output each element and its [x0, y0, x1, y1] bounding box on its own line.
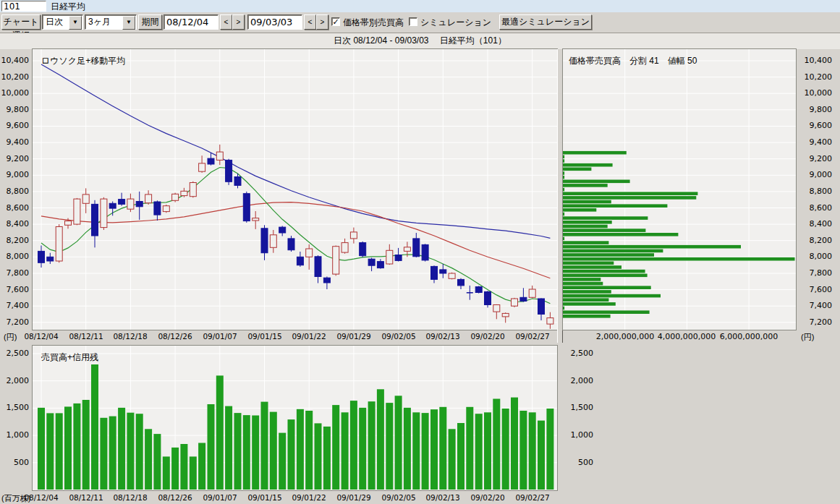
date-axis-label-volume: 09/02/27 [511, 493, 554, 502]
simulation-checkbox[interactable] [409, 17, 417, 26]
date-to-next-button[interactable]: > [316, 14, 328, 30]
date-axis-label-volume: 09/02/20 [466, 493, 509, 502]
date-axis-label: 09/01/15 [243, 332, 287, 341]
chevron-down-icon[interactable]: ▼ [122, 16, 135, 30]
date-axis-label-volume: 09/01/22 [287, 493, 331, 502]
date-from-input[interactable] [164, 14, 219, 30]
price-axis-label-right: 9,000 [797, 170, 832, 179]
volume-chart-title: 売買高+信用残 [41, 351, 98, 364]
price-axis-label: 10,200 [0, 72, 29, 82]
date-axis-label: 08/12/04 [20, 332, 63, 341]
volume-axis-label-right: 1,000 [561, 430, 593, 440]
main-yaxis-unit: (円) [4, 332, 17, 343]
price-axis-label: 7,200 [0, 317, 29, 327]
price-axis-label-right: 7,200 [797, 317, 832, 327]
date-axis-label: 09/02/27 [511, 332, 554, 341]
price-axis-label: 7,600 [0, 285, 29, 294]
volume-axis-label-right: 1,500 [561, 403, 593, 412]
range-button[interactable]: 期間 [138, 14, 162, 30]
price-axis-label-right: 10,200 [797, 72, 832, 82]
price-axis-label-right: 7,600 [797, 285, 832, 294]
date-axis-label-volume: 08/12/11 [64, 493, 108, 502]
price-axis-label: 8,600 [0, 203, 29, 213]
pbv-checkbox-label: 価格帯別売買高 [343, 17, 404, 29]
span-value: 3ヶ月 [88, 17, 111, 27]
price-axis-label-right: 9,800 [797, 105, 832, 114]
volume-axis-label: 2,500 [0, 349, 29, 358]
volume-axis-label: 500 [0, 458, 29, 467]
date-axis-label: 09/01/22 [287, 332, 331, 341]
price-axis-label-right: 7,400 [797, 301, 832, 310]
price-by-volume-title: 価格帯売買高 分割 41 値幅 50 [569, 55, 697, 67]
span-dropdown[interactable]: 3ヶ月 ▼ [85, 14, 137, 30]
price-axis-label-right: 9,600 [797, 121, 832, 130]
price-axis-label: 9,600 [0, 121, 29, 130]
date-axis-label-volume: 09/02/05 [377, 493, 420, 502]
date-axis-label-volume: 09/01/07 [198, 493, 242, 502]
pbv-axis-label: 4,000,000,000 [654, 332, 719, 341]
price-axis-label-right: 8,600 [797, 203, 832, 213]
date-axis-label: 09/02/20 [466, 332, 509, 341]
volume-axis-label-right: 500 [561, 458, 593, 467]
date-from-prev-button[interactable]: < [220, 14, 232, 30]
candlestick-chart[interactable] [33, 49, 557, 330]
date-axis-label: 08/12/18 [109, 332, 152, 341]
price-axis-label-right: 8,800 [797, 187, 832, 196]
price-axis-label-right: 9,400 [797, 137, 832, 147]
price-axis-label: 10,000 [0, 88, 29, 98]
panel-splitter[interactable] [557, 49, 563, 343]
price-axis-label: 9,400 [0, 137, 29, 147]
security-name-label: 日経平均 [51, 1, 85, 13]
date-axis-label: 08/12/26 [153, 332, 197, 341]
date-axis-label-volume: 09/02/13 [421, 493, 464, 502]
price-axis-label: 9,800 [0, 105, 29, 114]
price-axis-label-right: 8,000 [797, 252, 832, 261]
price-axis-label: 7,800 [0, 268, 29, 278]
volume-axis-label: 1,500 [0, 403, 29, 412]
price-axis-label-right: 10,400 [797, 56, 832, 65]
price-by-volume-chart[interactable] [563, 49, 796, 330]
date-axis-label-volume: 09/01/29 [332, 493, 376, 502]
date-to-prev-button[interactable]: < [304, 14, 316, 30]
price-axis-label: 10,400 [0, 56, 29, 65]
chart-select-button[interactable]: チャート選択 [1, 14, 41, 30]
price-axis-label-right: 9,200 [797, 154, 832, 163]
price-axis-label: 7,400 [0, 301, 29, 310]
price-axis-label: 9,000 [0, 170, 29, 179]
toolbar: チャート選択 日次 ▼ 3ヶ月 ▼ 期間 < > < > ✓ 価格帯別売買高 シ… [0, 12, 840, 33]
price-axis-label: 9,200 [0, 154, 29, 163]
price-by-volume-svg [563, 49, 796, 330]
price-axis-label: 8,000 [0, 252, 29, 261]
date-to-input[interactable] [247, 14, 302, 30]
price-axis-label-right: 8,200 [797, 236, 832, 245]
date-axis-label-volume: 08/12/04 [20, 493, 63, 502]
price-axis-label: 8,800 [0, 187, 29, 196]
date-from-next-button[interactable]: > [232, 14, 245, 30]
period-type-dropdown[interactable]: 日次 ▼ [42, 14, 83, 30]
date-axis-label: 09/01/07 [198, 332, 242, 341]
volume-svg [33, 346, 557, 490]
security-code-input[interactable] [1, 1, 46, 12]
chart-range-header: 日次 08/12/04 - 09/03/03 日経平均（101） [0, 33, 840, 49]
volume-chart[interactable] [33, 346, 557, 490]
date-axis-label-volume: 09/01/15 [243, 493, 287, 502]
pbv-checkbox[interactable]: ✓ [331, 17, 340, 26]
date-axis-label-volume: 08/12/18 [109, 493, 152, 502]
volume-axis-label-right: 2,000 [561, 376, 593, 385]
pbv-axis-label: 2,000,000,000 [593, 332, 658, 341]
candlestick-svg [33, 49, 557, 330]
optimal-simulation-button[interactable]: 最適シミュレーション [499, 14, 592, 30]
pbv-xaxis-unit: (円) [801, 332, 814, 343]
top-strip: 日経平均 [0, 0, 840, 12]
price-axis-label: 8,200 [0, 236, 29, 245]
date-axis-label: 09/02/13 [421, 332, 464, 341]
price-axis-label-right: 10,000 [797, 88, 832, 98]
chevron-down-icon[interactable]: ▼ [69, 16, 82, 30]
candlestick-chart-title: ロウソク足+移動平均 [41, 55, 125, 67]
simulation-checkbox-label: シミュレーション [420, 17, 491, 29]
pbv-axis-label: 6,000,000,000 [716, 332, 781, 341]
volume-axis-label-right: 2,500 [561, 349, 593, 358]
price-axis-label: 8,400 [0, 219, 29, 228]
date-axis-label: 09/02/05 [377, 332, 420, 341]
date-axis-label: 09/01/29 [332, 332, 376, 341]
